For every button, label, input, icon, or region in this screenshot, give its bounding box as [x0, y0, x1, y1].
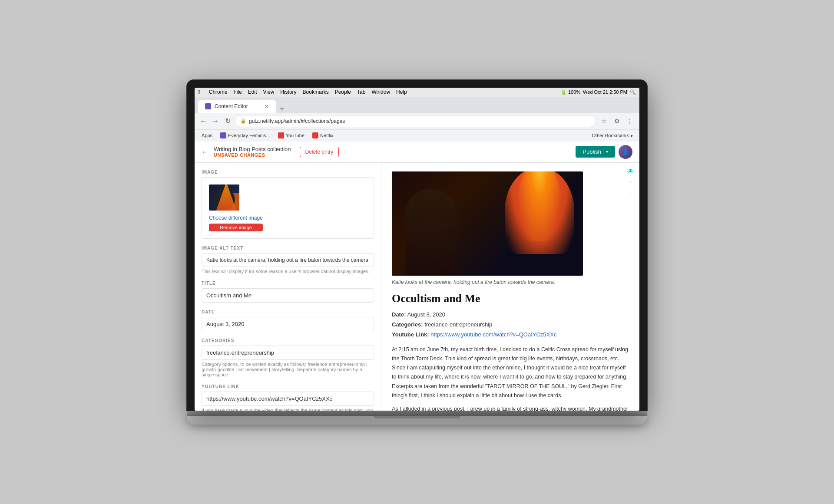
spotlight-icon[interactable]: 🔍 [630, 89, 636, 95]
bookmark-apps[interactable]: Apps [198, 132, 216, 139]
address-field[interactable]: 🔒 gutz.netlify.app/admin/#/collections/p… [235, 115, 596, 127]
image-alt-field-section: IMAGE ALT TEXT This text will display if… [202, 246, 374, 274]
delete-entry-button[interactable]: Delete entry [300, 147, 339, 157]
title-field-section: TITLE [202, 281, 374, 303]
preview-title: Occultism and Me [392, 292, 629, 305]
cms-breadcrumb: Writing in Blog Posts collection [214, 146, 291, 152]
person-silhouette [405, 189, 457, 276]
mac-status-bar: 🔋 100% Wed Oct 21 2:50 PM 🔍 [561, 89, 636, 95]
preview-body: At 2:15 am on June 7th, my exact birth t… [392, 345, 629, 411]
cms-container: ← Writing in Blog Posts collection UNSAV… [195, 142, 639, 411]
refresh-button[interactable]: ↻ [222, 116, 233, 126]
bookmark-youtube-label: YouTube [286, 133, 304, 138]
menu-view[interactable]: View [263, 89, 274, 95]
image-alt-label: IMAGE ALT TEXT [202, 246, 374, 250]
other-bookmarks[interactable]: Other Bookmarks ▸ [589, 132, 636, 139]
publish-dropdown-arrow: ▾ [603, 149, 608, 154]
laptop-hinge [187, 411, 647, 416]
youtube-hint: If you have made a youtube video that re… [202, 408, 374, 411]
tab-favicon [205, 103, 211, 109]
image-thumbnail [209, 184, 239, 211]
battery-indicator: 🔋 100% [561, 89, 580, 95]
cms-topbar-right: Publish ▾ 👤 [576, 145, 632, 159]
preview-panel: 👁 ↑ ↓ Katie looks at the camera, holding [381, 163, 639, 411]
bookmark-feminism[interactable]: Everyday Feminis... [217, 132, 274, 139]
extensions-icon[interactable]: ⚙ [611, 115, 623, 127]
star-icon[interactable]: ☆ [598, 115, 610, 127]
youtube-input[interactable] [202, 392, 374, 406]
menu-chrome[interactable]: Chrome [209, 89, 228, 95]
bookmark-feminism-label: Everyday Feminis... [228, 133, 270, 138]
preview-date: August 3, 2020 [407, 311, 445, 318]
menu-window[interactable]: Window [371, 89, 390, 95]
preview-paragraph-1: At 2:15 am on June 7th, my exact birth t… [392, 345, 629, 401]
editor-panel: IMAGE Choose different image Remove imag… [195, 163, 381, 411]
date-field-label: DATE [202, 310, 374, 314]
address-bar-row: ← → ↻ 🔒 gutz.netlify.app/admin/#/collect… [195, 113, 639, 129]
date-input[interactable] [202, 317, 374, 331]
bookmark-netflix[interactable]: Netflix [309, 132, 337, 139]
preview-meta: Date: August 3, 2020 Categories: freelan… [392, 310, 629, 340]
image-action-buttons: Choose different image Remove image [209, 215, 263, 231]
laptop-screen:  Chrome File Edit View History Bookmark… [187, 80, 647, 411]
other-bookmarks-label: Other Bookmarks [592, 133, 629, 138]
cms-topbar: ← Writing in Blog Posts collection UNSAV… [195, 142, 639, 163]
bookmark-youtube-icon [278, 132, 284, 138]
menu-history[interactable]: History [280, 89, 296, 95]
apple-logo-icon:  [198, 89, 200, 96]
categories-field-label: CATEGORIES [202, 338, 374, 343]
preview-paragraph-2: As I alluded in a previous post, I grew … [392, 405, 629, 410]
bookmark-apps-label: Apps [202, 133, 212, 138]
title-field-label: TITLE [202, 281, 374, 286]
preview-youtube-link[interactable]: https://www.youtube.com/watch?v=QOaIYCz5… [430, 331, 556, 338]
menu-people[interactable]: People [335, 89, 351, 95]
menu-help[interactable]: Help [396, 89, 407, 95]
lock-icon: 🔒 [240, 118, 246, 124]
new-tab-button[interactable]: + [276, 105, 288, 113]
image-field-section: IMAGE Choose different image Remove imag… [202, 170, 374, 239]
title-input[interactable] [202, 288, 374, 303]
laptop-notch [374, 416, 460, 418]
publish-label: Publish [582, 148, 601, 155]
categories-field-section: CATEGORIES Category options, to be writt… [202, 338, 374, 377]
image-field-label: IMAGE [202, 170, 374, 175]
laptop-base [187, 416, 647, 425]
tab-label: Content Editor [215, 103, 248, 109]
menu-bookmarks[interactable]: Bookmarks [303, 89, 329, 95]
move-up-icon[interactable]: ↑ [629, 179, 632, 185]
bookmark-netflix-icon [312, 132, 318, 138]
date-field-section: DATE [202, 310, 374, 331]
more-options-icon[interactable]: ⋮ [624, 115, 636, 127]
preview-image [392, 171, 583, 276]
youtube-field-section: YOUTUBE LINK If you have made a youtube … [202, 384, 374, 411]
date-label: Date: [392, 311, 406, 318]
choose-image-button[interactable]: Choose different image [209, 215, 263, 221]
image-alt-input[interactable] [202, 253, 374, 267]
remove-image-button[interactable]: Remove image [209, 224, 263, 231]
menu-edit[interactable]: Edit [248, 89, 257, 95]
back-button[interactable]: ← [198, 116, 208, 126]
cms-back-button[interactable]: ← [202, 148, 208, 156]
menu-file[interactable]: File [233, 89, 242, 95]
menu-tab[interactable]: Tab [357, 89, 365, 95]
unsaved-changes-badge: UNSAVED CHANGES [214, 152, 291, 158]
publish-button[interactable]: Publish ▾ [576, 146, 615, 158]
bookmark-feminism-icon [220, 132, 226, 138]
move-down-icon[interactable]: ↓ [629, 189, 632, 195]
youtube-field-label: YOUTUBE LINK [202, 384, 374, 389]
bookmark-youtube[interactable]: YouTube [275, 132, 308, 139]
active-tab[interactable]: Content Editor ✕ [198, 100, 276, 113]
preview-icons: 👁 ↑ ↓ [627, 168, 634, 195]
forward-button[interactable]: → [210, 116, 221, 126]
image-alt-hint: This text will display if for some reaso… [202, 269, 374, 274]
categories-hint: Category options, to be written exactly … [202, 362, 374, 377]
fire-effect-2 [518, 171, 561, 241]
categories-input[interactable] [202, 346, 374, 360]
datetime-display: Wed Oct 21 2:50 PM [583, 89, 627, 95]
preview-categories: freelance-entrepreneurship [424, 321, 492, 328]
user-avatar[interactable]: 👤 [619, 145, 632, 159]
eye-icon[interactable]: 👁 [627, 168, 634, 176]
bookmarks-bar: Apps Everyday Feminis... YouTube Netflix [195, 129, 639, 142]
tab-close-button[interactable]: ✕ [264, 103, 269, 110]
tab-bar: Content Editor ✕ + [195, 97, 639, 113]
